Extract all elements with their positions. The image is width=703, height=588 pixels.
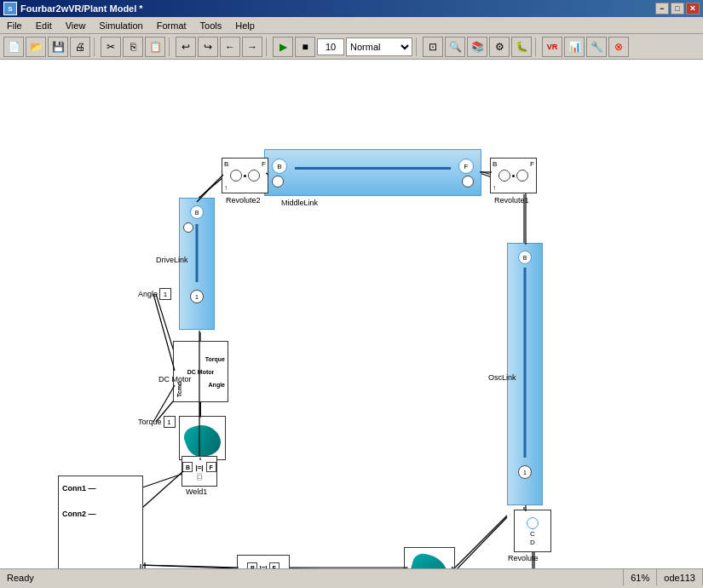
- zoom-in-button[interactable]: 🔍: [445, 37, 465, 57]
- rev2-up-arrow: ↑: [224, 184, 228, 192]
- menubar: File Edit View Simulation Format Tools H…: [0, 17, 703, 34]
- rev-c-label: C: [530, 531, 535, 538]
- rev-port-top: [527, 517, 539, 529]
- menu-format[interactable]: Format: [150, 17, 193, 33]
- maximize-button[interactable]: □: [671, 3, 684, 14]
- rev1-b-label: B: [493, 160, 497, 168]
- menu-edit[interactable]: Edit: [29, 17, 59, 33]
- osc-port-f: 1: [518, 465, 532, 479]
- open-button[interactable]: 📂: [26, 37, 46, 57]
- sim-time-input[interactable]: 10: [317, 38, 344, 55]
- menu-tools[interactable]: Tools: [193, 17, 229, 33]
- close-button[interactable]: ✕: [686, 3, 700, 14]
- weld1-ports: B |=| F: [182, 462, 216, 472]
- debug-button[interactable]: 🐛: [511, 37, 532, 57]
- revolute1-block[interactable]: B F ↑: [490, 158, 537, 193]
- dcmotor-label: DC Motor: [158, 375, 192, 383]
- menu-file[interactable]: File: [0, 17, 29, 33]
- status-ready: Ready: [0, 569, 624, 585]
- svg-line-27: [455, 516, 507, 568]
- weld1-label: Weld1: [186, 487, 207, 496]
- paste-button[interactable]: 📋: [145, 37, 165, 57]
- minimize-button[interactable]: −: [655, 3, 669, 14]
- cut-button[interactable]: ✂: [101, 37, 121, 57]
- rev2-port-f: [248, 170, 260, 182]
- status-text: Ready: [7, 573, 34, 583]
- drivelink-label: DriveLink: [156, 256, 188, 264]
- ml-port-up: [272, 176, 284, 187]
- new-button[interactable]: 📄: [3, 37, 24, 57]
- stop2-button[interactable]: ⊗: [608, 37, 629, 57]
- sim-mode-select[interactable]: Normal Accelerator: [346, 37, 412, 56]
- menu-view[interactable]: View: [59, 17, 93, 33]
- settings-button[interactable]: ⚙: [489, 37, 510, 57]
- print-button[interactable]: 🖨: [70, 37, 90, 57]
- status-solver: ode113: [657, 569, 703, 585]
- undo-button[interactable]: ↩: [176, 37, 196, 57]
- rev1-dot: [512, 175, 515, 177]
- torque-port[interactable]: Torque 1: [138, 416, 176, 428]
- app-icon: S: [3, 2, 17, 15]
- rev1-port-f: [516, 170, 528, 182]
- dcmotor-block[interactable]: Tcmd Torque Angle DC Motor: [173, 341, 228, 402]
- nav-fwd-button[interactable]: →: [242, 37, 262, 57]
- revolute-label: Revolute: [508, 554, 539, 562]
- window-title: Fourbar2wVR/Plant Model *: [20, 3, 143, 14]
- copy-button[interactable]: ⎘: [123, 37, 143, 57]
- revolute2-label: Revolute2: [226, 196, 261, 205]
- ml-port-b: B: [272, 159, 287, 174]
- toolbar: 📄 📂 💾 🖨 ✂ ⎘ 📋 ↩ ↪ ← → ▶ ■ 10 Normal Acce…: [0, 34, 703, 60]
- weld-block[interactable]: B |=| F: [237, 555, 290, 568]
- rev-d-label: D: [530, 539, 535, 546]
- pin4-port-left: ◁: [404, 565, 407, 568]
- statusbar: Ready 61% ode113: [0, 568, 703, 585]
- pin1-block[interactable]: [179, 416, 226, 460]
- nav-back-button[interactable]: ←: [220, 37, 240, 57]
- titlebar-left: S Fourbar2wVR/Plant Model *: [3, 2, 143, 15]
- svg-line-24: [143, 471, 183, 507]
- weld-b-port: B: [247, 562, 257, 568]
- revolute1-label: Revolute1: [494, 196, 529, 205]
- zoom-text: 61%: [631, 573, 649, 583]
- extra-button[interactable]: 🔧: [586, 37, 607, 57]
- middlelink-label: MiddleLink: [281, 199, 318, 207]
- ground-block[interactable]: Conn1 — Conn2 —: [58, 476, 143, 568]
- menu-simulation[interactable]: Simulation: [92, 17, 149, 33]
- revolute-block[interactable]: C D: [514, 510, 551, 552]
- weld-sep: |=|: [259, 564, 267, 569]
- titlebar-controls: − □ ✕: [655, 3, 700, 14]
- osc-port-b: B: [518, 251, 532, 264]
- pin4-port-right: ▷: [452, 565, 455, 568]
- svg-line-11: [456, 517, 507, 568]
- status-zoom: 61%: [624, 569, 657, 585]
- angle-port[interactable]: Angle 1: [138, 288, 171, 300]
- vr-button[interactable]: VR: [542, 37, 562, 57]
- lib-button[interactable]: 📚: [467, 37, 487, 57]
- angle-label: Angle: [138, 290, 158, 298]
- weld1-block[interactable]: B |=| F □: [182, 456, 217, 487]
- menu-help[interactable]: Help: [228, 17, 262, 33]
- pin1-shape: [181, 419, 224, 460]
- sep4: [416, 37, 419, 56]
- dl-port-left: [183, 222, 193, 233]
- svg-line-29: [153, 294, 175, 371]
- ml-port-f: F: [458, 159, 474, 174]
- pin4-shape: [407, 551, 452, 568]
- save-button[interactable]: 💾: [48, 37, 68, 57]
- dl-port-b: B: [190, 205, 204, 219]
- middlelink-block[interactable]: B F: [264, 149, 481, 196]
- rev1-port-b: [498, 170, 510, 182]
- dl-port-f: 1: [190, 290, 204, 303]
- zoom-fit-button[interactable]: ⊡: [423, 37, 443, 57]
- dcmotor-inner-label: DC Motor: [187, 369, 215, 375]
- redo-button[interactable]: ↪: [198, 37, 218, 57]
- rev2-b-label: B: [224, 160, 228, 168]
- stop-button[interactable]: ■: [295, 37, 315, 57]
- canvas: B F MiddleLink B F ↑ Revolute2 B F ↑ Rev…: [0, 60, 703, 568]
- pin4-block[interactable]: ◁ ▷: [404, 547, 455, 568]
- revolute2-block[interactable]: B F ↑: [222, 158, 268, 193]
- plot-button[interactable]: 📊: [564, 37, 585, 57]
- play-button[interactable]: ▶: [273, 37, 293, 57]
- ground-ports: Conn1 — Conn2 —: [62, 484, 139, 518]
- rev2-dot: [244, 175, 246, 177]
